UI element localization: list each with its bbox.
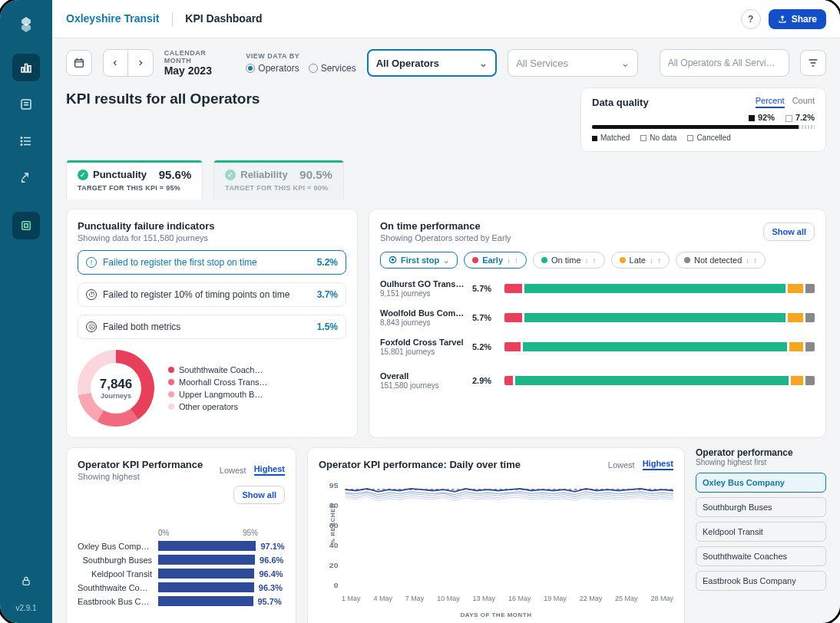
op-list-item[interactable]: Keldpool Transit (696, 522, 826, 542)
data-quality-card: Data quality Percent Count 92% 7.2% Matc… (580, 87, 826, 152)
otp-row: Overall151,580 journeys2.9% (380, 371, 815, 390)
legend-item: Upper Langmouth B… (168, 390, 268, 399)
kpi-bar-row: Souththwaite Coac…96.3% (78, 582, 285, 592)
kpi-bar-row: Oxley Bus Company97.1% (78, 541, 285, 551)
svg-point-5 (21, 140, 22, 142)
op-list-item[interactable]: Souththwaite Coaches (696, 546, 826, 566)
version-label: v2.9.1 (15, 604, 36, 612)
chevron-down-icon: ⌄ (443, 256, 449, 265)
kpi-lowest[interactable]: Lowest (220, 466, 246, 475)
nav-export[interactable] (12, 164, 40, 192)
otp-stop-dd[interactable]: ⦿ First stop ⌄ (380, 252, 458, 269)
fail-item[interactable]: ⏱Failed to register 10% of timing points… (78, 282, 346, 307)
operator-list-panel: Operator performance Showing highest fir… (696, 447, 826, 623)
prev-month-button[interactable] (104, 50, 128, 76)
card-kpi-bar: Operator KPI Performance Showing highest… (66, 447, 296, 623)
month-value: May 2023 (164, 64, 236, 77)
dq-other-pct: 7.2% (785, 113, 815, 122)
filter-icon[interactable] (800, 50, 826, 76)
op-list-item[interactable]: Southburgh Buses (696, 497, 826, 517)
card-failure-indicators: Punctuality failure indicators Showing d… (66, 209, 358, 438)
tab-reliability[interactable]: ✓Reliability 90.5% TARGET FOR THIS KPI =… (213, 160, 344, 199)
services-dropdown[interactable]: All Services⌄ (508, 49, 637, 77)
tab-punctuality[interactable]: ✓Punctuality 95.6% TARGET FOR THIS KPI =… (66, 160, 203, 199)
card-daily-line: Operator KPI performance: Daily over tim… (307, 447, 685, 623)
line-chart: 95806040200 (319, 478, 673, 593)
otp-pill[interactable]: Late ↓ ↑ (611, 252, 670, 269)
dq-leg-nodata: No data (640, 134, 676, 142)
svg-point-4 (21, 137, 22, 139)
svg-rect-0 (21, 68, 24, 72)
kpi-sub: Showing highest (78, 472, 203, 481)
daily-ylabel: % REACHED (329, 503, 336, 544)
breadcrumb: Oxleyshire Transit KPI Dashboard (66, 12, 263, 26)
svg-rect-2 (28, 66, 31, 72)
otp-row: Foxfold Cross Tarvel15,801 journeys5.2% (380, 338, 815, 356)
nav-dashboard[interactable] (12, 54, 40, 81)
kpi-bar-row: Southburgh Buses96.6% (78, 555, 285, 565)
dq-leg-matched: Matched (592, 134, 630, 142)
otp-pill[interactable]: Not detected ↓ ↑ (676, 252, 766, 269)
nav-module[interactable] (12, 212, 40, 239)
fail-item[interactable]: !Failed to register the first stop on ti… (78, 250, 346, 275)
daily-highest[interactable]: Highest (643, 459, 673, 470)
calendar-icon[interactable] (66, 50, 92, 76)
nav-list[interactable] (12, 127, 40, 155)
breadcrumb-org[interactable]: Oxleyshire Transit (66, 12, 159, 25)
svg-rect-1 (25, 64, 28, 73)
chevron-down-icon: ⌄ (479, 58, 488, 69)
dq-title: Data quality (592, 97, 649, 108)
dq-tab-count[interactable]: Count (792, 96, 815, 108)
legend-item: Souththwaite Coach… (168, 365, 268, 374)
topbar: Oxleyshire Transit KPI Dashboard ? Share (52, 0, 840, 38)
op-list-item[interactable]: Oxley Bus Company (696, 473, 826, 493)
oplist-sub: Showing highest first (696, 458, 826, 466)
radio-operators[interactable]: Operators (246, 63, 299, 74)
svg-rect-8 (23, 580, 29, 585)
svg-text:95: 95 (329, 482, 339, 490)
radio-services[interactable]: Services (309, 63, 356, 74)
check-icon: ✓ (78, 170, 88, 180)
op-list-item[interactable]: Eastbrook Bus Company (696, 571, 826, 591)
fail-item[interactable]: ☹Failed both metrics1.5% (78, 315, 346, 339)
fail-title: Punctuality failure indicators (78, 220, 346, 232)
fail-icon: ☹ (86, 321, 97, 332)
otp-pill[interactable]: On time ↓ ↑ (533, 252, 605, 269)
dq-leg-cancelled: Cancelled (687, 134, 730, 142)
page-title: KPI results for all Operators (66, 91, 260, 107)
svg-rect-7 (22, 222, 31, 230)
kpi-highest[interactable]: Highest (254, 464, 285, 476)
fail-sub: Showing data for 151,580 journeys (78, 233, 346, 242)
otp-row: Oulhurst GO Transp…9,151 journeys5.7% (380, 279, 815, 298)
legend-item: Moorhall Cross Trans… (168, 377, 268, 387)
share-button[interactable]: Share (769, 9, 826, 29)
kpi-title: Operator KPI Performance (78, 459, 203, 470)
otp-pill[interactable]: Early ↓ ↑ (464, 252, 527, 269)
operators-dropdown[interactable]: All Operators⌄ (367, 49, 497, 77)
svg-text:0: 0 (334, 582, 339, 589)
donut-legend: Souththwaite Coach…Moorhall Cross Trans…… (168, 362, 268, 414)
daily-xticks: 1 May4 May7 May10 May13 May16 May19 May2… (319, 595, 673, 602)
chevron-down-icon: ⌄ (621, 58, 630, 69)
dq-tab-percent[interactable]: Percent (756, 96, 785, 108)
kpi-show-all[interactable]: Show all (233, 486, 285, 504)
daily-lowest[interactable]: Lowest (608, 460, 635, 470)
month-label: CALENDAR MONTH (164, 49, 236, 64)
app-logo (15, 14, 37, 35)
oplist-title: Operator performance (696, 447, 826, 458)
daily-xlabel: DAYS OF THE MONTH (319, 611, 673, 618)
nav-reports[interactable] (12, 91, 40, 118)
svg-text:20: 20 (329, 562, 339, 569)
summary-dropdown[interactable]: All Operators & All Servi… (660, 49, 789, 77)
check-icon: ✓ (225, 170, 236, 180)
dq-bar (592, 125, 815, 129)
controls-row: CALENDAR MONTH May 2023 VIEW DATA BY Ope… (52, 38, 840, 84)
otp-title: On time performance (380, 220, 511, 232)
next-month-button[interactable] (128, 50, 153, 76)
daily-title: Operator KPI performance: Daily over tim… (319, 459, 521, 470)
nav-lock[interactable] (12, 567, 40, 595)
breadcrumb-page: KPI Dashboard (185, 12, 262, 25)
help-icon[interactable]: ? (741, 9, 761, 29)
card-on-time: On time performance Showing Operators so… (369, 209, 826, 438)
otp-show-all[interactable]: Show all (763, 222, 815, 241)
